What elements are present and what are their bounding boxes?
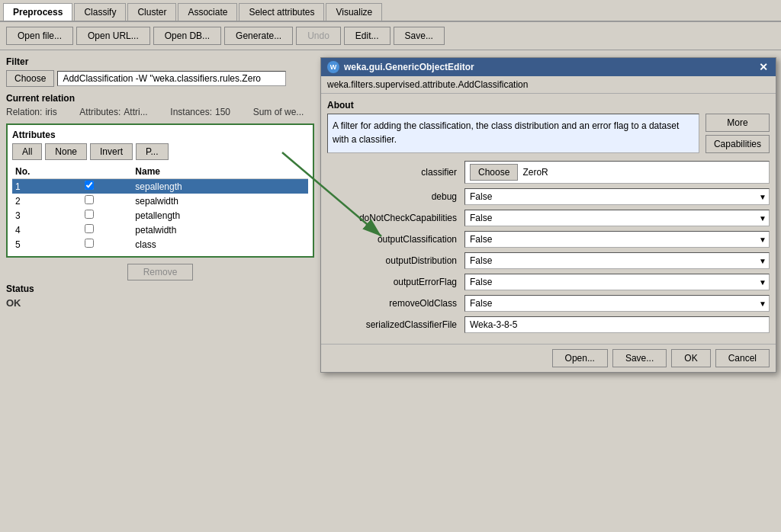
ok-button[interactable]: OK (671, 349, 710, 367)
filter-text: AddClassification -W "weka.classifiers.r… (57, 71, 286, 86)
tab-preprocess[interactable]: Preprocess (3, 3, 72, 21)
dialog-save-button[interactable]: Save... (612, 349, 667, 367)
remove-button[interactable]: Remove (127, 264, 194, 280)
dialog-titlebar: W weka.gui.GenericObjectEditor ✕ (321, 58, 776, 76)
row-checkbox[interactable] (82, 179, 132, 194)
table-row[interactable]: 5 class (12, 237, 308, 252)
tab-select-attributes[interactable]: Select attributes (239, 3, 324, 21)
current-relation-label: Current relation (6, 93, 314, 104)
open-db-button[interactable]: Open DB... (153, 27, 221, 45)
generic-object-editor-dialog: W weka.gui.GenericObjectEditor ✕ weka.fi… (320, 57, 776, 373)
row-no: 5 (12, 237, 82, 252)
col-no-header: No. (12, 165, 82, 179)
about-label: About (327, 100, 770, 111)
dialog-title-left: W weka.gui.GenericObjectEditor (327, 61, 474, 73)
about-row: A filter for adding the classification, … (327, 114, 770, 153)
classifier-label: classifier (327, 167, 464, 178)
tab-cluster[interactable]: Cluster (127, 3, 176, 21)
row-checkbox[interactable] (82, 223, 132, 237)
main-toolbar: Open file... Open URL... Open DB... Gene… (0, 22, 781, 50)
serializedclassifierfile-label: serializedClassifierFile (327, 319, 464, 330)
save-button[interactable]: Save... (394, 27, 445, 45)
tab-associate[interactable]: Associate (178, 3, 237, 21)
donotcheck-select[interactable]: FalseTrue (464, 210, 770, 226)
debug-select[interactable]: FalseTrue (464, 188, 770, 205)
outputdistribution-value: FalseTrue ▼ (464, 252, 770, 269)
remove-container: Remove (6, 264, 314, 280)
relation-label: Relation: (6, 107, 42, 117)
outputerrorflag-select[interactable]: FalseTrue (464, 274, 770, 290)
outputclassification-select[interactable]: FalseTrue (464, 231, 770, 248)
filter-choose-button[interactable]: Choose (6, 70, 54, 87)
table-row[interactable]: 4 petalwidth (12, 223, 308, 237)
removeoldclass-label: removeOldClass (327, 298, 464, 309)
attributes-count-value: Attri... (124, 107, 147, 117)
removeoldclass-select-wrapper: FalseTrue ▼ (464, 295, 770, 312)
about-text: A filter for adding the classification, … (327, 114, 699, 153)
instances-item: Instances: 150 (170, 107, 240, 117)
attributes-box: Attributes All None Invert P... No. Name… (6, 123, 314, 258)
pattern-button[interactable]: P... (136, 143, 168, 160)
donotcheck-value: FalseTrue ▼ (464, 210, 770, 226)
classifier-choose-button[interactable]: Choose (470, 164, 518, 181)
dialog-footer: Open... Save... OK Cancel (321, 344, 776, 372)
outputdistribution-select[interactable]: FalseTrue (464, 252, 770, 269)
row-no: 2 (12, 194, 82, 208)
row-checkbox[interactable] (82, 237, 132, 252)
removeoldclass-value: FalseTrue ▼ (464, 295, 770, 312)
open-url-button[interactable]: Open URL... (76, 27, 150, 45)
all-button[interactable]: All (12, 143, 42, 160)
open-file-button[interactable]: Open file... (6, 27, 73, 45)
row-checkbox[interactable] (82, 194, 132, 208)
current-relation-grid: Relation: iris Attributes: Attri... Inst… (6, 107, 314, 117)
table-row[interactable]: 1 sepallength (12, 179, 308, 194)
col-name-header: Name (132, 165, 308, 179)
row-no: 3 (12, 208, 82, 223)
dialog-title: weka.gui.GenericObjectEditor (344, 62, 474, 72)
param-donotcheck: doNotCheckCapabilities FalseTrue ▼ (327, 210, 770, 226)
capabilities-button[interactable]: Capabilities (705, 135, 770, 153)
tab-classify[interactable]: Classify (74, 3, 126, 21)
tab-visualize[interactable]: Visualize (326, 3, 382, 21)
status-label: Status (6, 284, 314, 294)
attributes-item: Attributes: Attri... (79, 107, 158, 117)
param-classifier: classifier Choose ZeroR (327, 161, 770, 184)
relation-value: iris (45, 107, 56, 117)
row-checkbox[interactable] (82, 208, 132, 223)
invert-button[interactable]: Invert (90, 143, 133, 160)
status-section: Status OK (6, 284, 314, 309)
serializedclassifierfile-input[interactable] (464, 316, 770, 333)
undo-button[interactable]: Undo (296, 27, 341, 45)
param-removeoldclass: removeOldClass FalseTrue ▼ (327, 295, 770, 312)
param-debug: debug FalseTrue ▼ (327, 188, 770, 205)
row-name: petalwidth (132, 223, 308, 237)
weka-icon: W (327, 61, 339, 73)
debug-label: debug (327, 191, 464, 202)
tab-bar: Preprocess Classify Cluster Associate Se… (0, 0, 781, 22)
outputclassification-select-wrapper: FalseTrue ▼ (464, 231, 770, 248)
outputerrorflag-select-wrapper: FalseTrue ▼ (464, 274, 770, 290)
param-outputclassification: outputClassification FalseTrue ▼ (327, 231, 770, 248)
param-outputerrorflag: outputErrorFlag FalseTrue ▼ (327, 274, 770, 290)
instances-value: 150 (215, 107, 230, 117)
outputdistribution-label: outputDistribution (327, 255, 464, 266)
row-name: sepallength (132, 179, 308, 194)
more-button[interactable]: More (705, 114, 770, 132)
removeoldclass-select[interactable]: FalseTrue (464, 295, 770, 312)
cancel-button[interactable]: Cancel (715, 349, 770, 367)
generate-button[interactable]: Generate... (224, 27, 293, 45)
classifier-input: Choose ZeroR (464, 161, 770, 184)
table-row[interactable]: 2 sepalwidth (12, 194, 308, 208)
none-button[interactable]: None (45, 143, 87, 160)
close-icon[interactable]: ✕ (757, 61, 770, 73)
filter-row: Choose AddClassification -W "weka.classi… (6, 70, 314, 87)
donotcheck-label: doNotCheckCapabilities (327, 213, 464, 223)
attr-buttons: All None Invert P... (12, 143, 308, 160)
open-button[interactable]: Open... (552, 349, 608, 367)
sum-value: Sum of we... (253, 107, 304, 117)
edit-button[interactable]: Edit... (344, 27, 390, 45)
outputclassification-label: outputClassification (327, 234, 464, 245)
table-row[interactable]: 3 petallength (12, 208, 308, 223)
row-no: 4 (12, 223, 82, 237)
donotcheck-select-wrapper: FalseTrue ▼ (464, 210, 770, 226)
